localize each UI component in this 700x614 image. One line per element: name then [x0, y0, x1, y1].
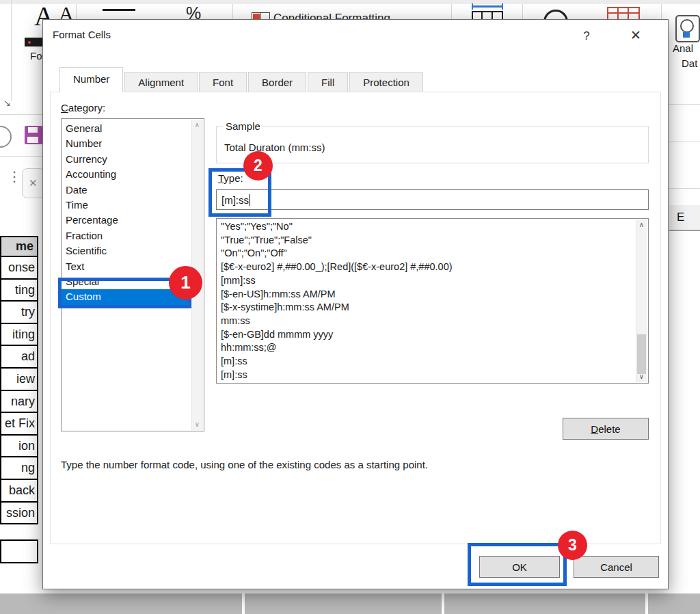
format-code-item[interactable]: [$-en-GB]dd mmmm yyyy: [217, 328, 634, 342]
tab-item[interactable]: Fill: [308, 72, 348, 92]
column-header-band: [669, 205, 700, 231]
analyze-data-label-line1[interactable]: Anal: [673, 42, 693, 54]
sheet-cell: iew: [0, 367, 38, 391]
formula-cancel-button[interactable]: ✕: [22, 168, 45, 198]
step-badge-2: 2: [243, 151, 273, 181]
format-code-item[interactable]: [m]:ss: [217, 369, 634, 382]
help-button[interactable]: ?: [578, 27, 595, 45]
format-code-listbox: ∧ ∨ "Yes";"Yes";"No""True";"True";"False…: [216, 218, 649, 384]
scroll-up-icon[interactable]: ∧: [636, 219, 647, 230]
ribbon-bottom-divider: [0, 114, 42, 115]
tab-item[interactable]: Font: [199, 72, 247, 92]
sheet-cell: nary: [0, 390, 38, 414]
category-item[interactable]: Number: [62, 136, 191, 151]
annotation-box-ok: [468, 543, 567, 586]
border-color-swatch-icon: [25, 38, 42, 46]
cancel-button[interactable]: Cancel: [574, 556, 659, 578]
save-icon[interactable]: [25, 126, 42, 144]
sample-group-label: Sample: [223, 120, 263, 132]
category-label: Category:: [61, 102, 105, 114]
category-item[interactable]: Scientific: [62, 243, 191, 258]
scroll-thumb[interactable]: [637, 334, 646, 374]
ribbon-bottom-divider-right: [669, 104, 700, 105]
tab-item[interactable]: Border: [248, 72, 306, 92]
sheet-cell: ng: [0, 456, 38, 480]
sheet-column-header-cell: me: [0, 236, 38, 257]
step-badge-1: 1: [169, 266, 202, 299]
formula-bar-divider-right: [669, 188, 700, 189]
sheet-cell: onse: [0, 256, 38, 280]
dialog-title: Format Cells: [53, 29, 111, 40]
sample-value: Total Duraton (mm:ss): [224, 142, 325, 153]
worksheet-gray-band: [0, 593, 700, 614]
sheet-cell: et Fix: [0, 412, 38, 436]
format-code-item[interactable]: [m]:ss: [217, 355, 634, 369]
ribbon-group-divider: [451, 4, 452, 19]
sheet-cell-empty: [0, 539, 38, 563]
category-item[interactable]: Percentage: [62, 213, 191, 228]
dialog-help-text: Type the number format code, using one o…: [61, 459, 428, 470]
sheet-cell: back: [0, 479, 38, 503]
quick-access-divider-right: [669, 142, 700, 142]
dialog-tabs: NumberAlignmentFontBorderFillProtection: [59, 67, 425, 92]
autosave-circle-icon: [0, 126, 12, 148]
format-code-item[interactable]: "Yes";"Yes";"No": [217, 220, 634, 234]
sheet-cell: ting: [0, 278, 38, 302]
category-item[interactable]: Accounting: [62, 167, 191, 182]
format-code-item[interactable]: [$-en-US]h:mm:ss AM/PM: [217, 288, 634, 302]
format-code-item[interactable]: mm:ss: [217, 315, 634, 328]
ribbon-top-band: [0, 0, 700, 4]
table-column-width-icon: [472, 5, 503, 8]
quick-access-divider: [0, 156, 42, 157]
analyze-data-icon: [675, 15, 700, 42]
scroll-down-icon[interactable]: ∨: [192, 419, 202, 430]
ribbon-group-divider: [232, 4, 233, 19]
sheet-cell: ssion: [0, 501, 38, 525]
sheet-cell: ad: [0, 345, 38, 369]
ribbon-group-divider: [522, 4, 523, 19]
category-item[interactable]: Fraction: [62, 228, 191, 243]
category-item[interactable]: Time: [62, 198, 191, 213]
column-header-e[interactable]: E: [677, 211, 684, 224]
sheet-cell: try: [0, 300, 38, 324]
format-code-item[interactable]: [mm]:ss: [217, 274, 634, 288]
scroll-up-icon[interactable]: ∧: [192, 120, 202, 131]
category-item[interactable]: General: [62, 121, 191, 136]
font-group-label-partial: Fo: [30, 50, 42, 62]
format-code-item[interactable]: hh:mm:ss;@: [217, 341, 634, 355]
category-item[interactable]: Date: [62, 183, 191, 198]
analyze-data-label-line2[interactable]: Dat: [682, 57, 697, 69]
format-code-item[interactable]: [$-x-systime]h:mm:ss AM/PM: [217, 301, 634, 315]
cancel-x-icon: ✕: [29, 177, 38, 189]
tab-item[interactable]: Number: [59, 67, 123, 92]
ribbon-divider: [11, 0, 12, 101]
scroll-down-icon[interactable]: ∨: [636, 371, 647, 382]
ribbon-group-divider: [661, 4, 662, 19]
dialog-launcher-icon[interactable]: ↘: [3, 98, 11, 108]
step-badge-3: 3: [558, 531, 587, 560]
border-style-icon: [103, 9, 135, 11]
format-code-item[interactable]: [$€-x-euro2] #,##0.00_);[Red]([$€-x-euro…: [217, 261, 634, 274]
format-code-item[interactable]: "True";"True";"False": [217, 234, 634, 248]
sheet-cell: ion: [0, 434, 38, 458]
category-item[interactable]: Currency: [62, 152, 191, 167]
sheet-cell: iting: [0, 323, 38, 347]
ribbon-group-divider: [76, 4, 77, 19]
delete-button[interactable]: Delete: [563, 418, 649, 440]
sheet-cells: onsetingtryitingadiewnaryet Fixionngback…: [0, 256, 38, 524]
format-code-item[interactable]: "On";"On";"Off": [217, 247, 634, 261]
tab-item[interactable]: Protection: [349, 72, 423, 92]
tab-item[interactable]: Alignment: [124, 72, 198, 92]
codes-scrollbar[interactable]: ∧ ∨: [636, 219, 647, 382]
type-input[interactable]: [m]:ss: [216, 189, 649, 210]
close-icon[interactable]: ✕: [625, 25, 646, 46]
kebab-dots-icon: ⋮: [8, 172, 21, 181]
excel-screen: A % Conditional Formatting A Fo ↘ ⋮ ✕ me…: [0, 0, 700, 614]
